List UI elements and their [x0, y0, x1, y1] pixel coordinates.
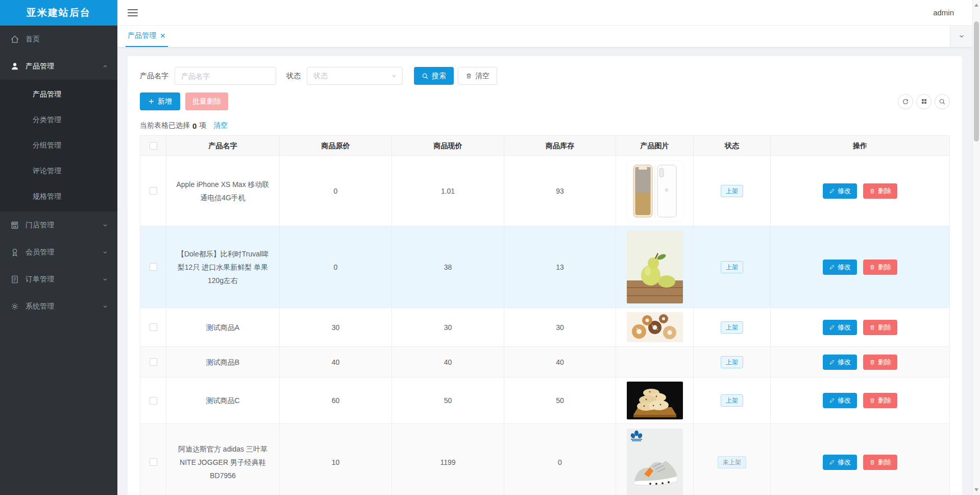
status-badge: 上架 — [721, 185, 743, 197]
content-area: 产品名字 状态 状态 搜索 清空 — [117, 48, 972, 495]
table-row: 阿迪达斯官方 adidas 三叶草 NITE JOGGER 男子经典鞋BD795… — [140, 424, 949, 495]
clear-filters-button[interactable]: 清空 — [458, 67, 497, 85]
sidebar-item-system[interactable]: 系统管理 — [0, 293, 117, 320]
status-select[interactable]: 状态 — [307, 67, 403, 85]
sidebar-item-label: 系统管理 — [26, 302, 54, 311]
sidebar-item-stores[interactable]: 门店管理 — [0, 211, 117, 239]
home-icon — [10, 35, 19, 44]
gear-icon — [10, 302, 19, 311]
filter-row: 产品名字 状态 状态 搜索 清空 — [140, 67, 950, 85]
sidebar-item-home[interactable]: 首页 — [0, 26, 117, 53]
current-price: 1.01 — [392, 156, 504, 226]
product-table: 产品名字 商品原价 商品现价 商品库存 产品图片 状态 操作 Apple iPh… — [140, 135, 950, 495]
scrollbar-thumb[interactable] — [974, 21, 979, 142]
sidebar-item-label: 会员管理 — [26, 248, 54, 257]
column-settings-button[interactable] — [916, 94, 932, 109]
original-price: 10 — [280, 424, 392, 495]
edit-button[interactable]: 修改 — [823, 320, 857, 335]
chevron-down-icon — [102, 249, 108, 255]
table-row: Apple iPhone XS Max 移动联通电信4G手机 0 1.01 93 — [140, 156, 949, 226]
sidebar-subitem-comments[interactable]: 评论管理 — [0, 158, 117, 184]
refresh-button[interactable] — [898, 94, 913, 109]
sidebar-item-label: 门店管理 — [26, 221, 54, 230]
delete-button[interactable]: 删除 — [863, 320, 897, 335]
col-status: 状态 — [694, 136, 771, 156]
current-price: 30 — [392, 308, 504, 347]
clear-selection-link[interactable]: 清空 — [213, 121, 228, 130]
chevron-down-icon — [102, 222, 108, 228]
tab-product-management[interactable]: 产品管理 — [126, 26, 168, 47]
table-row: 测试商品A 30 30 30 — [140, 308, 949, 347]
edit-button[interactable]: 修改 — [823, 393, 857, 408]
delete-button[interactable]: 删除 — [863, 260, 897, 275]
sidebar-item-product-management[interactable]: 产品管理 — [0, 53, 117, 80]
chevron-down-icon — [102, 276, 108, 282]
tab-close-icon[interactable] — [160, 33, 166, 39]
product-name: 测试商品C — [166, 378, 280, 424]
sidebar-item-members[interactable]: 会员管理 — [0, 239, 117, 266]
delete-button[interactable]: 删除 — [863, 355, 897, 370]
row-checkbox[interactable] — [150, 458, 157, 466]
vertical-scrollbar[interactable] — [972, 0, 980, 495]
tab-bar: 产品管理 — [117, 26, 972, 48]
tab-list-dropdown-button[interactable] — [950, 26, 972, 47]
sidebar-subitem-specs[interactable]: 规格管理 — [0, 184, 117, 209]
stock: 30 — [504, 308, 616, 347]
sidebar-submenu-products: 产品管理 分类管理 分组管理 评论管理 规格管理 — [0, 80, 117, 211]
sidebar-item-orders[interactable]: 订单管理 — [0, 266, 117, 293]
select-all-checkbox[interactable] — [150, 142, 157, 150]
edit-button[interactable]: 修改 — [823, 260, 857, 275]
current-price: 40 — [392, 347, 504, 378]
status-badge: 上架 — [721, 394, 743, 407]
stock: 0 — [504, 424, 616, 495]
row-checkbox[interactable] — [150, 263, 157, 271]
product-image-empty — [616, 347, 694, 378]
app-root: 亚米建站后台 首页 产品管理 产品管理 分类管理 分组管理 评论管理 规格管理 — [0, 0, 980, 495]
edit-button[interactable]: 修改 — [823, 455, 857, 470]
scroll-up-arrow[interactable] — [973, 1, 980, 9]
selection-count: 0 — [192, 122, 197, 130]
sidebar-item-label: 产品管理 — [26, 62, 54, 71]
product-management-card: 产品名字 状态 状态 搜索 清空 — [128, 56, 962, 495]
row-checkbox[interactable] — [150, 397, 157, 405]
search-button[interactable]: 搜索 — [414, 67, 454, 85]
col-original-price: 商品原价 — [280, 136, 392, 156]
stock: 50 — [504, 378, 616, 424]
col-actions: 操作 — [771, 136, 949, 156]
iphone-photo — [627, 160, 683, 222]
delete-button[interactable]: 删除 — [863, 393, 897, 408]
stock: 40 — [504, 347, 616, 378]
user-menu[interactable]: admin — [933, 8, 954, 17]
table-row: 测试商品C 60 50 50 — [140, 378, 949, 424]
donuts-photo — [627, 312, 683, 342]
delete-button[interactable]: 删除 — [863, 455, 897, 470]
sidebar-subitem-categories[interactable]: 分类管理 — [0, 107, 117, 133]
chevron-up-icon — [102, 63, 108, 69]
table-search-button[interactable] — [935, 94, 950, 109]
table-tools — [898, 94, 950, 109]
edit-button[interactable]: 修改 — [823, 355, 857, 370]
add-product-button[interactable]: 新增 — [140, 92, 180, 110]
sidebar-subitem-groups[interactable]: 分组管理 — [0, 133, 117, 158]
product-name: 测试商品A — [166, 308, 280, 347]
order-icon — [10, 275, 19, 284]
batch-delete-button[interactable]: 批量删除 — [185, 92, 228, 110]
stock: 93 — [504, 156, 616, 226]
cookies-photo — [627, 382, 683, 419]
col-current-price: 商品现价 — [392, 136, 504, 156]
chevron-down-icon — [391, 73, 397, 79]
edit-button[interactable]: 修改 — [823, 183, 857, 199]
delete-button[interactable]: 删除 — [863, 183, 897, 199]
hamburger-menu-icon[interactable] — [128, 9, 138, 16]
row-checkbox[interactable] — [150, 323, 157, 331]
status-badge: 上架 — [721, 356, 743, 368]
sneaker-photo — [627, 429, 683, 495]
product-name-input[interactable] — [175, 67, 276, 85]
row-checkbox[interactable] — [150, 187, 157, 195]
original-price: 40 — [280, 347, 392, 378]
table-header-row: 产品名字 商品原价 商品现价 商品库存 产品图片 状态 操作 — [140, 136, 949, 156]
original-price: 60 — [280, 378, 392, 424]
sidebar-subitem-products[interactable]: 产品管理 — [0, 82, 117, 107]
row-checkbox[interactable] — [150, 358, 157, 366]
scroll-down-arrow[interactable] — [973, 486, 980, 494]
